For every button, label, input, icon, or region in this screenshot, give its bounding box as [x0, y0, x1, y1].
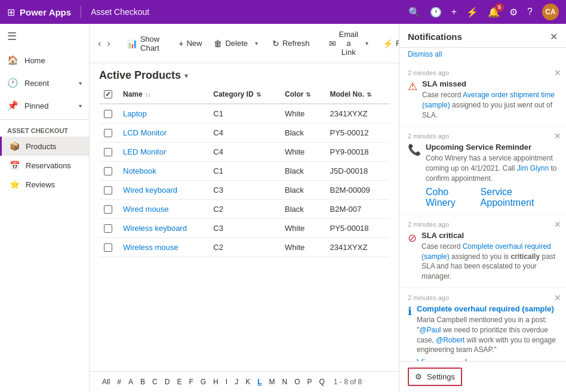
dismiss-all-button[interactable]: Dismiss all [399, 48, 566, 63]
row-checkbox-cell[interactable] [99, 238, 118, 257]
row-checkbox-cell[interactable] [99, 219, 118, 238]
sidebar-item-pinned[interactable]: 📌 Pinned ▾ [0, 94, 89, 117]
page-letter[interactable]: B [137, 376, 148, 387]
email-link-button[interactable]: ✉ Email a Link [324, 27, 364, 59]
page-letter[interactable]: E [174, 376, 184, 387]
row-checkbox-cell[interactable] [99, 181, 118, 200]
recent-icon[interactable]: 🕐 [430, 7, 442, 18]
col-header-category[interactable]: Category ID ⇅ [208, 85, 280, 104]
page-letter[interactable]: N [279, 376, 290, 387]
notif-subject-link[interactable]: Complete overhaul required (sample) [417, 304, 554, 313]
page-letter[interactable]: A [125, 376, 136, 387]
page-letter[interactable]: # [114, 376, 124, 387]
refresh-button[interactable]: ↻ Refresh [267, 36, 315, 51]
page-letter[interactable]: L [254, 376, 264, 387]
page-letter[interactable]: J [232, 376, 241, 387]
row-name-link[interactable]: LCD Monitor [123, 128, 167, 137]
select-all-checkbox[interactable]: ✓ [104, 90, 112, 98]
row-name-link[interactable]: Laptop [123, 109, 147, 118]
page-letter[interactable]: O [291, 376, 303, 387]
notif-dismiss-button[interactable]: ✕ [554, 131, 561, 141]
notification-icon[interactable]: 🔔 5 [488, 7, 500, 18]
notif-text-link[interactable]: Average order shipment time (sample) [422, 91, 555, 109]
notif-mention[interactable]: @Paul [419, 326, 441, 334]
filter-icon[interactable]: ⚡ [466, 7, 478, 18]
sidebar-reviews-label: Reviews [26, 180, 55, 189]
forward-button[interactable]: › [104, 37, 112, 50]
notif-text-link[interactable]: Jim Glynn [517, 164, 549, 172]
sidebar-item-home[interactable]: 🏠 Home [0, 49, 89, 72]
sidebar-item-reviews[interactable]: ⭐ Reviews [0, 175, 89, 194]
notif-dismiss-button[interactable]: ✕ [554, 68, 561, 78]
row-checkbox[interactable] [104, 110, 112, 118]
page-letter[interactable]: C [149, 376, 161, 387]
flow-button[interactable]: ⚡ Flow [378, 36, 399, 51]
row-checkbox[interactable] [104, 167, 112, 175]
page-letter[interactable]: K [242, 376, 253, 387]
sidebar-item-products[interactable]: 📦 Products [0, 137, 89, 156]
notif-dismiss-button[interactable]: ✕ [554, 220, 561, 229]
page-letter[interactable]: All [99, 376, 113, 387]
page-letter[interactable]: M [266, 376, 278, 387]
show-chart-button[interactable]: 📊 Show Chart [122, 32, 165, 55]
row-checkbox[interactable] [104, 148, 112, 156]
page-letter[interactable]: I [223, 376, 230, 387]
row-checkbox-cell[interactable] [99, 143, 118, 162]
notif-timestamp: 2 minutes ago [408, 221, 558, 228]
recent-sidebar-icon: 🕐 [7, 78, 19, 88]
row-name-link[interactable]: Notebook [123, 166, 156, 175]
row-name-link[interactable]: Wired mouse [123, 205, 169, 214]
avatar[interactable]: CA [542, 4, 559, 20]
grid-icon[interactable]: ⊞ [7, 7, 15, 18]
row-color-cell: Black [280, 181, 325, 200]
col-header-color[interactable]: Color ⇅ [280, 85, 325, 104]
search-icon[interactable]: 🔍 [408, 7, 420, 18]
row-checkbox-cell[interactable] [99, 200, 118, 219]
add-icon[interactable]: + [451, 7, 457, 17]
row-checkbox[interactable] [104, 243, 112, 252]
notif-mention[interactable]: @Robert [436, 336, 465, 344]
row-checkbox[interactable] [104, 224, 112, 233]
page-letter[interactable]: G [198, 376, 209, 387]
help-icon[interactable]: ? [527, 7, 533, 17]
sidebar-item-reservations[interactable]: 📅 Reservations [0, 156, 89, 175]
page-letter[interactable]: F [186, 376, 196, 387]
row-checkbox[interactable] [104, 205, 112, 214]
email-chevron[interactable]: ▾ [365, 40, 368, 47]
row-category-cell: C3 [208, 181, 280, 200]
row-checkbox[interactable] [104, 186, 112, 195]
row-checkbox-cell[interactable] [99, 104, 118, 124]
notif-subject: Complete overhaul required (sample) [417, 304, 558, 313]
row-name-link[interactable]: Wireless keyboard [123, 224, 187, 233]
row-checkbox-cell[interactable] [99, 162, 118, 181]
delete-chevron[interactable]: ▾ [255, 40, 258, 47]
row-checkbox-cell[interactable] [99, 124, 118, 143]
view-record-link[interactable]: View record [417, 358, 467, 361]
sidebar-item-recent[interactable]: 🕐 Recent ▾ [0, 72, 89, 94]
back-button[interactable]: ‹ [96, 37, 103, 50]
notif-bottom-link[interactable]: Coho Winery [426, 187, 475, 208]
row-model-cell: 2341XYXZ [325, 104, 389, 124]
col-header-name[interactable]: Name ↑↓ [118, 85, 208, 104]
row-checkbox[interactable] [104, 129, 112, 137]
row-name-link[interactable]: Wireless mouse [123, 243, 178, 252]
col-header-model[interactable]: Model No. ⇅ [325, 85, 389, 104]
row-name-link[interactable]: LED Monitor [123, 147, 166, 156]
nav-arrows: ‹ › [96, 37, 113, 50]
sidebar-toggle[interactable]: ☰ [0, 24, 89, 49]
row-name-link[interactable]: Wired keyboard [123, 186, 177, 195]
page-letter[interactable]: Q [316, 376, 328, 387]
page-letter[interactable]: H [210, 376, 222, 387]
settings-icon[interactable]: ⚙ [509, 7, 518, 18]
notif-body: ℹ Complete overhaul required (sample) Ma… [408, 304, 558, 361]
notif-close-button[interactable]: ✕ [550, 31, 558, 42]
notif-bottom-link[interactable]: Service Appointment [481, 187, 558, 208]
new-button[interactable]: + New [174, 36, 207, 51]
page-letter[interactable]: D [162, 376, 173, 387]
row-color-cell: White [280, 238, 325, 257]
delete-button[interactable]: 🗑 Delete [209, 36, 253, 51]
page-letter[interactable]: P [304, 376, 315, 387]
notif-dismiss-button[interactable]: ✕ [554, 293, 561, 303]
title-chevron[interactable]: ▾ [184, 72, 188, 80]
settings-button[interactable]: ⚙ Settings [408, 368, 462, 386]
